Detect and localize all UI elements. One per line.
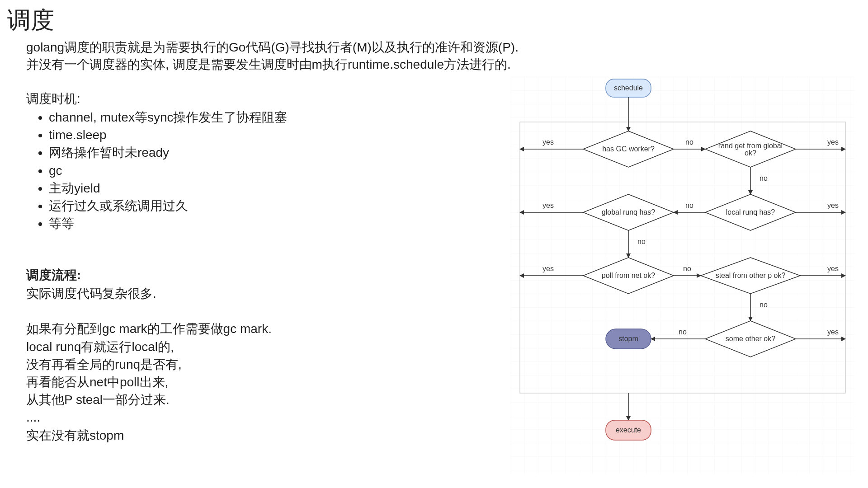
- edge-label-no: no: [685, 138, 693, 146]
- edge-label-yes: yes: [827, 328, 839, 336]
- bullet-item: 网络操作暂时未ready: [49, 144, 287, 161]
- edge-label-no: no: [683, 265, 691, 272]
- bullet-item: gc: [49, 162, 287, 179]
- execute-label: execute: [616, 426, 641, 434]
- bullet-item: 主动yield: [49, 179, 287, 197]
- edge-label-no: no: [760, 301, 768, 309]
- edge-label-yes: yes: [827, 202, 839, 209]
- stopm-label: stopm: [618, 335, 638, 343]
- timing-title: 调度时机:: [26, 90, 80, 108]
- edge-label-no: no: [760, 174, 768, 182]
- flowchart-diagram: schedule has GC worker? rand get from gl…: [511, 77, 854, 474]
- steal-label: steal from other p ok?: [716, 272, 786, 279]
- flow-body: 实际调度代码复杂很多. 如果有分配到gc mark的工作需要做gc mark. …: [26, 285, 272, 444]
- edge-label-no: no: [679, 328, 687, 336]
- bullet-item: channel, mutex等sync操作发生了协程阻塞: [49, 108, 287, 126]
- rand-global-label-2: ok?: [745, 149, 756, 157]
- intro-line-1: golang调度的职责就是为需要执行的Go代码(G)寻找执行者(M)以及执行的准…: [26, 39, 519, 56]
- gc-worker-label: has GC worker?: [602, 145, 655, 153]
- bullet-item: 运行过久或系统调用过久: [49, 197, 287, 215]
- page-title: 调度: [7, 5, 54, 36]
- edge-label-yes: yes: [542, 202, 554, 209]
- edge-label-yes: yes: [827, 265, 839, 272]
- edge-label-no: no: [685, 202, 693, 209]
- schedule-label: schedule: [614, 84, 643, 92]
- edge-label-no: no: [637, 238, 646, 245]
- some-other-label: some other ok?: [726, 335, 775, 343]
- timing-bullets: channel, mutex等sync操作发生了协程阻塞 time.sleep …: [35, 108, 287, 232]
- poll-net-label: poll from net ok?: [602, 272, 655, 279]
- global-runq-label: global runq has?: [602, 208, 655, 216]
- bullet-item: 等等: [49, 215, 287, 232]
- intro-text: golang调度的职责就是为需要执行的Go代码(G)寻找执行者(M)以及执行的准…: [26, 39, 519, 73]
- edge-label-yes: yes: [827, 138, 839, 146]
- local-runq-label: local runq has?: [726, 208, 775, 216]
- edge-label-yes: yes: [542, 138, 554, 146]
- flow-title: 调度流程:: [26, 267, 81, 284]
- intro-line-2: 并没有一个调度器的实体, 调度是需要发生调度时由m执行runtime.sched…: [26, 56, 519, 73]
- edge-label-yes: yes: [542, 265, 554, 272]
- bullet-item: time.sleep: [49, 126, 287, 144]
- rand-global-label-1: rand get from global: [718, 142, 783, 150]
